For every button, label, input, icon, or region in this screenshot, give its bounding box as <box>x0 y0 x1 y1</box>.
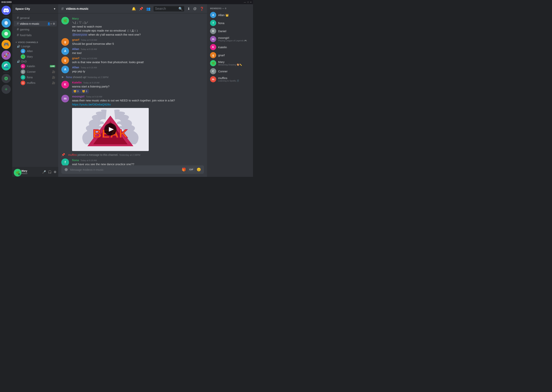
member-item-daniel[interactable]: D Daniel <box>209 27 251 35</box>
video-embed[interactable]: BEAK <box>72 108 149 151</box>
message-author[interactable]: gnarf <box>72 56 79 60</box>
member-avatar: K <box>210 44 216 50</box>
message-content: Katelin Today at 9:18 AM wanna start a l… <box>72 81 204 93</box>
pin-icon[interactable]: 📌 <box>139 7 143 11</box>
svg-point-0 <box>4 32 8 35</box>
system-timestamp: Yesterday at 2:38PM <box>87 76 109 79</box>
video-link[interactable]: https://youtu.be/OiDx6aQ928o <box>72 103 111 106</box>
voice-user-mary[interactable]: 🌿 Mary <box>14 54 57 59</box>
message-author[interactable]: Mary <box>72 17 79 20</box>
member-item-moongirl[interactable]: m moongirl Playing League of Legends 🎮 <box>209 35 251 43</box>
emoji-icon[interactable]: 😊 <box>197 168 201 172</box>
members-header: Members — 9 <box>209 7 251 10</box>
member-info: muffins Listening to Spotify 🎵 <box>218 76 250 82</box>
member-info: Conner <box>218 70 250 73</box>
user-settings-button[interactable]: ⚙ <box>53 170 57 174</box>
voice-channels-section[interactable]: ▼ Voice Channels <box>12 38 58 44</box>
at-icon[interactable]: @ <box>193 7 197 11</box>
member-info: Daniel <box>218 29 250 33</box>
voice-channel-lounge[interactable]: 🔊 Lounge <box>14 44 57 48</box>
system-actor-link[interactable]: muffins <box>68 153 77 156</box>
voice-channel-name: DnD <box>21 60 27 63</box>
bell-icon[interactable]: 🔔 <box>132 7 136 11</box>
explore-servers-button[interactable] <box>1 74 11 83</box>
message-author[interactable]: Allan <box>72 47 79 50</box>
add-server-button[interactable]: + <box>1 84 11 94</box>
server-icon-5[interactable]: 🌊 <box>1 61 11 70</box>
message-timestamp: Today at 9:18 AM <box>81 57 97 60</box>
mention[interactable]: @everyone <box>72 33 87 36</box>
help-icon[interactable]: ❓ <box>200 7 204 11</box>
member-item-mary[interactable]: 🌿 Mary Streaming Drawing 🎨✏️ <box>209 59 251 67</box>
message-timestamp: Today at 9:18 AM <box>81 48 97 50</box>
avatar-col: g <box>61 38 69 46</box>
message-text: we need to watch more <box>72 25 204 28</box>
message-header: Allan Today at 9:18 AM <box>72 66 204 69</box>
system-actor-link[interactable]: fiona <box>66 76 72 79</box>
hash-icon: # <box>17 16 19 20</box>
minimize-btn[interactable]: — <box>244 1 246 3</box>
message-author[interactable]: gnarf <box>72 38 79 41</box>
mute-button[interactable]: 🎤 <box>42 170 46 174</box>
voice-user-name: muffins <box>27 81 36 84</box>
server-separator-2 <box>3 72 9 72</box>
message-author[interactable]: fiona <box>72 159 79 162</box>
server-icon-4[interactable]: 🚀 <box>1 50 11 60</box>
deafen-button[interactable]: 🎧 <box>48 170 52 174</box>
message-author[interactable]: Allan <box>72 66 79 69</box>
message-input[interactable] <box>70 168 179 171</box>
voice-channel-name: Lounge <box>21 45 30 48</box>
voice-user-allan[interactable]: A Allan <box>14 49 57 54</box>
channel-name: general <box>20 16 29 20</box>
close-btn[interactable]: × <box>250 1 251 3</box>
members-icon[interactable]: 👥 <box>146 7 151 11</box>
voice-user-katelin[interactable]: K Katelin LIVE <box>14 63 57 69</box>
server-icon-2[interactable] <box>1 29 11 38</box>
video-icon: 🎥 <box>52 81 55 84</box>
member-item-allan[interactable]: A Allan 👑 <box>209 11 251 19</box>
search-bar[interactable]: Search 🔍 <box>153 6 184 12</box>
voice-user-fiona[interactable]: f fiona 🎥 <box>14 75 57 80</box>
gift-icon[interactable]: 🎁 <box>182 168 186 172</box>
server-icon-3[interactable]: 🎮 <box>1 40 11 49</box>
voice-user-avatar: A <box>21 49 25 53</box>
message-author[interactable]: moongirl <box>72 95 84 98</box>
system-pinned-message: 📌 muffins pinned a message to this chann… <box>58 152 207 157</box>
member-item-conner[interactable]: C Conner <box>209 67 251 75</box>
discord-home-button[interactable] <box>1 6 11 15</box>
window-controls[interactable]: — □ × <box>244 1 251 3</box>
member-name: muffins <box>218 76 250 80</box>
member-item-gnarf[interactable]: g gnarf <box>209 51 251 59</box>
message-text: @everyone when do y'all wanna watch the … <box>72 33 204 36</box>
avatar-col: 🌿 <box>61 17 69 36</box>
maximize-btn[interactable]: □ <box>247 1 249 3</box>
channel-item-food-fails[interactable]: # food-fails <box>14 32 57 38</box>
beak-thumbnail-svg: BEAK <box>72 108 149 151</box>
voice-channel-dnd[interactable]: 🔊 DnD <box>14 60 57 63</box>
message-avatar: m <box>61 95 69 102</box>
gif-button[interactable]: GIF <box>188 168 194 172</box>
add-attachment-button[interactable]: ⊕ <box>64 167 68 172</box>
voice-user-muffins[interactable]: m muffins 🎥 <box>14 80 57 85</box>
server-header[interactable]: Space City ▾ <box>12 4 58 14</box>
channel-item-gaming[interactable]: # gaming <box>14 27 57 32</box>
channel-item-general[interactable]: # general <box>14 15 57 21</box>
message-content: fiona Today at 9:18 AM wait have you see… <box>72 159 204 165</box>
download-icon[interactable]: ⬇ <box>187 7 190 11</box>
member-info: gnarf <box>218 54 250 57</box>
voice-user-conner[interactable]: C Conner 🎥 <box>14 69 57 74</box>
add-member-icon[interactable]: 👤+ <box>47 22 52 25</box>
reaction-cat2[interactable]: 🐱 3 <box>81 89 88 93</box>
settings-icon[interactable]: ⚙ <box>53 22 55 25</box>
crown-icon: 👑 <box>225 14 229 17</box>
member-item-muffins[interactable]: m muffins Listening to Spotify 🎵 <box>209 75 251 83</box>
message-author[interactable]: Katelin <box>72 81 82 84</box>
member-item-fiona[interactable]: f fiona <box>209 19 251 27</box>
member-item-katelin[interactable]: K Katelin <box>209 43 251 51</box>
server-icon-1[interactable] <box>1 18 11 28</box>
member-avatar: m <box>210 36 216 42</box>
reaction-cat1[interactable]: 🐱 3 <box>72 89 80 93</box>
hash-icon: # <box>17 22 19 26</box>
channel-item-videos-n-music[interactable]: # videos-n-music 👤+ ⚙ <box>14 21 57 26</box>
message-header: fiona Today at 9:18 AM <box>72 159 204 162</box>
